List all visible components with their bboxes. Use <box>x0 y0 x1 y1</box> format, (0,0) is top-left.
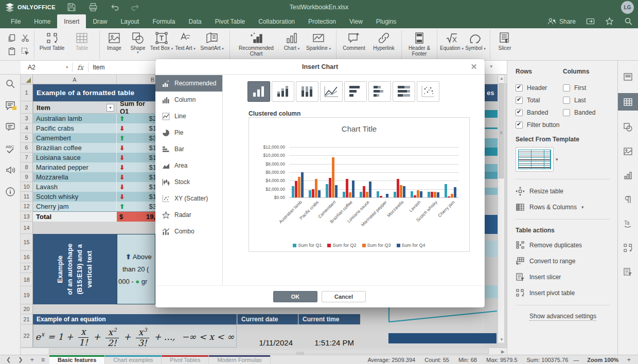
insert-function-button[interactable]: fx <box>73 64 88 71</box>
sheet-tab[interactable]: Pivot Tables <box>162 355 209 364</box>
table-row[interactable]: Camembert ⬆ $3 <box>33 133 155 143</box>
sheet-tab[interactable]: Modern Formulas <box>209 355 270 364</box>
row-header[interactable]: 21 <box>21 314 32 324</box>
menu-tab[interactable]: Collaboration <box>252 14 302 28</box>
colored-cell[interactable] <box>485 110 498 118</box>
autoshape[interactable]: Example of an autoshape (B15:E19) and a … <box>33 234 117 304</box>
select-icon[interactable] <box>19 45 31 58</box>
zoom-in-button[interactable]: + <box>627 356 631 363</box>
table-row[interactable]: Scotch whisky ⬇ $1 <box>33 192 155 202</box>
table-header-row[interactable]: Item ▼ Sum for Q1 <box>33 101 155 114</box>
chart-type-area[interactable]: Area <box>155 157 222 174</box>
colored-cell[interactable] <box>485 101 498 110</box>
menu-tab[interactable]: Data <box>182 14 208 28</box>
sheet-list-icon[interactable]: ≡ <box>41 356 44 363</box>
row-header[interactable]: 13 <box>21 211 32 222</box>
menu-tab[interactable]: File <box>4 14 27 28</box>
row-header[interactable]: 20 <box>21 304 32 314</box>
row-option-checkbox[interactable]: Banded <box>516 109 563 116</box>
redo-icon[interactable] <box>131 3 140 12</box>
slicer-settings-icon[interactable] <box>618 264 638 280</box>
text-art-settings-icon[interactable]: Ta <box>618 216 638 231</box>
column-option-checkbox[interactable]: Banded <box>563 109 610 116</box>
toolbar-text-box-button[interactable]: Text Box ▾ <box>150 30 173 51</box>
colored-cell[interactable] <box>485 164 498 172</box>
subtype-100-stacked-bar[interactable] <box>393 81 415 102</box>
current-time-header-cell[interactable]: Current time <box>298 314 360 324</box>
prev-sheet-icon[interactable]: ❮ <box>6 356 11 363</box>
colored-cell[interactable] <box>485 257 498 285</box>
table-template-picker[interactable] <box>516 147 554 172</box>
subtype-clustered-bar[interactable] <box>344 81 367 102</box>
row-header[interactable]: 17 <box>21 263 32 273</box>
toolbar-symbol-button[interactable]: Symbol ▾ <box>464 30 487 51</box>
row-header[interactable]: 6 <box>21 143 32 153</box>
colored-cell[interactable] <box>485 241 498 257</box>
save-icon[interactable] <box>67 3 76 12</box>
colored-cell[interactable] <box>485 234 498 241</box>
menu-tab[interactable]: Home <box>27 14 57 28</box>
sheet-tab[interactable]: Chart examples <box>105 355 162 364</box>
checkbox[interactable] <box>563 84 570 92</box>
colored-cell[interactable] <box>485 138 498 148</box>
table-row[interactable]: Lavash ⬇ $1 <box>33 182 155 192</box>
colored-cell[interactable] <box>485 156 498 164</box>
subtype-line[interactable] <box>320 81 343 102</box>
shape-settings-icon[interactable] <box>618 119 638 135</box>
colored-cell[interactable] <box>485 285 498 298</box>
partial-header-cell[interactable]: es <box>485 84 498 101</box>
colored-cell[interactable] <box>485 215 498 234</box>
table-row[interactable]: Brazilian coffee ⬇ $1 <box>33 143 155 153</box>
row-header[interactable]: 10 <box>21 182 32 192</box>
table-row[interactable]: Australian lamb ⬆ $2 <box>33 114 155 123</box>
row-header[interactable]: 3 <box>21 114 32 123</box>
scroll-down-icon[interactable]: ▼ <box>500 337 504 342</box>
dialog-header[interactable]: Insert Chart ✕ <box>155 59 485 75</box>
pivot-settings-icon[interactable] <box>618 240 638 256</box>
checkbox[interactable] <box>516 97 523 104</box>
colored-cell[interactable] <box>485 179 498 188</box>
cancel-button[interactable]: Cancel <box>322 291 366 302</box>
toolbar-shape-button[interactable]: Shape▾ <box>126 30 150 54</box>
search-icon[interactable] <box>5 79 15 89</box>
copy-icon[interactable] <box>6 32 18 44</box>
scroll-right-icon[interactable]: ▶ <box>501 349 505 354</box>
table-row[interactable]: Pacific crabs ⬇ $1 <box>33 123 155 133</box>
table-row[interactable]: Cherry jam ⬆ $3 <box>33 202 155 211</box>
zoom-out-button[interactable]: — <box>573 357 579 363</box>
table-row[interactable]: Loisiana sauce ⬇ $1 <box>33 153 155 162</box>
header-cell-q1[interactable]: Sum for Q1 <box>117 101 155 114</box>
chart-type-pie[interactable]: Pie <box>155 124 222 141</box>
rows-columns-button[interactable]: Rows & Columns ▾ <box>516 203 610 212</box>
checkbox[interactable] <box>516 84 523 92</box>
horizontal-scroll-thumb[interactable]: ||||| <box>49 349 489 354</box>
formula-bar-expand-icon[interactable]: ▾ <box>490 64 492 69</box>
spellcheck-icon[interactable]: ABC <box>5 143 15 154</box>
chart-settings-icon[interactable] <box>618 168 638 183</box>
vertical-scroll-thumb[interactable]: ▪▪▪▪▪▪ <box>499 83 504 178</box>
table-total-row[interactable]: Total $19, <box>33 211 155 222</box>
current-date-header-cell[interactable]: Current date <box>237 314 298 324</box>
close-icon[interactable]: ✕ <box>469 62 478 71</box>
subtype-clustered-column[interactable] <box>247 81 270 102</box>
row-header[interactable]: 4 <box>21 123 32 133</box>
show-advanced-settings-link[interactable]: Show advanced settings <box>516 313 610 320</box>
paste-icon[interactable] <box>6 45 18 58</box>
avatar[interactable]: LG <box>621 1 634 14</box>
toolbar-header-footer-button[interactable]: Header & Footer <box>404 30 434 57</box>
row-header[interactable]: 19 <box>21 286 32 304</box>
add-sheet-icon[interactable]: + <box>30 356 34 363</box>
chart-type-xy-scatter[interactable]: XY (Scatter) <box>155 190 222 207</box>
table-settings-icon[interactable] <box>618 93 638 111</box>
horizontal-scrollbar[interactable]: ||||| ▶ <box>21 348 507 355</box>
toolbar-slicer-button[interactable]: Slicer <box>493 30 517 51</box>
current-date-cell[interactable]: 1/11/2024 <box>237 338 298 348</box>
filter-button[interactable]: ▼ <box>107 104 114 112</box>
insert-pivot-table-button[interactable]: Insert pivot table <box>516 288 610 298</box>
vertical-scrollbar[interactable]: ▲ ▪▪▪▪▪▪ ▼ <box>498 75 505 343</box>
zoom-level[interactable]: Zoom 100% <box>587 357 618 363</box>
row-header[interactable]: 7 <box>21 153 32 162</box>
colored-cell[interactable] <box>485 195 498 215</box>
resize-table-button[interactable]: Resize table <box>516 187 610 196</box>
table-row[interactable]: Marinated pepper ⬇ $1 <box>33 162 155 172</box>
